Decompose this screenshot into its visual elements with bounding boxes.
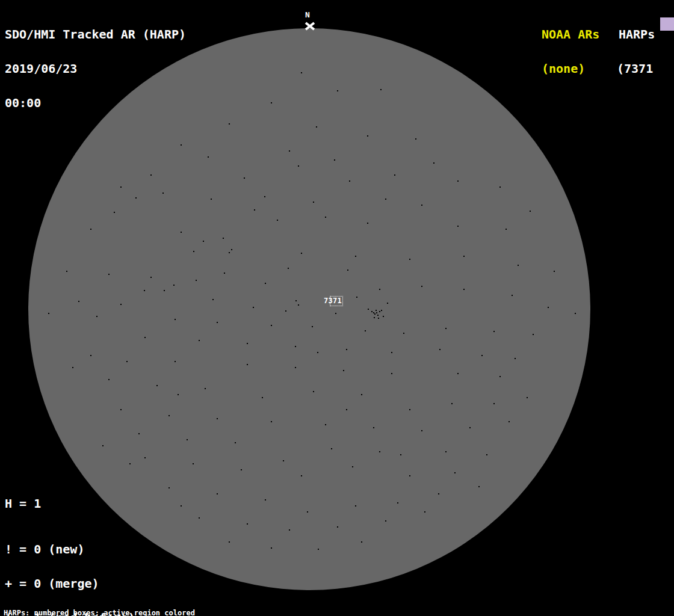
magnetic-speck <box>288 268 289 269</box>
magnetic-speck <box>164 290 165 291</box>
magnetic-speck <box>90 229 91 230</box>
magnetic-speck <box>241 469 242 470</box>
magnetic-speck <box>289 529 290 531</box>
magnetic-speck <box>433 162 434 164</box>
magnetic-speck <box>247 343 248 344</box>
magnetic-speck <box>361 394 362 395</box>
magnetic-speck <box>253 307 254 308</box>
magnetic-speck <box>224 273 225 274</box>
magnetic-speck <box>445 328 447 329</box>
magnetic-speck <box>374 317 375 318</box>
magnetic-speck <box>371 311 373 312</box>
magnetic-speck <box>379 451 380 452</box>
magnetic-speck <box>530 211 531 212</box>
magnetic-speck <box>277 220 278 221</box>
magnetic-speck <box>424 511 425 513</box>
magnetic-speck <box>355 256 356 257</box>
magnetic-speck <box>271 325 272 326</box>
magnetic-speck <box>156 385 158 386</box>
magnetic-speck <box>509 421 510 422</box>
magnetic-speck <box>90 355 91 356</box>
magnetic-speck <box>486 454 487 455</box>
flag-legend-merge: + = 0 (merge) <box>5 578 143 590</box>
magnetic-speck <box>289 150 290 152</box>
magnetic-speck <box>378 318 379 319</box>
magnetic-speck <box>196 280 197 281</box>
magnetic-speck <box>409 259 410 260</box>
magnetic-speck <box>499 376 501 377</box>
magnetic-speck <box>478 486 480 487</box>
magnetic-speck <box>337 526 338 528</box>
magnetic-speck <box>135 197 137 199</box>
magnetic-speck <box>355 505 356 507</box>
magnetic-speck <box>469 427 471 428</box>
magnetic-speck <box>457 373 459 374</box>
magnetic-speck <box>397 502 398 504</box>
magnetic-speck <box>325 424 326 425</box>
magnetic-speck <box>493 403 495 404</box>
magnetic-speck <box>337 90 338 91</box>
magnetic-speck <box>235 442 236 443</box>
magnetic-speck <box>307 511 308 513</box>
magnetic-speck <box>178 394 179 395</box>
magnetic-speck <box>409 409 410 410</box>
magnetic-speck <box>129 463 131 464</box>
magnetic-speck <box>380 89 382 90</box>
magnetic-speck <box>506 229 507 230</box>
magnetic-speck <box>144 337 146 338</box>
magnetic-speck <box>438 493 439 494</box>
magnetic-speck <box>376 312 377 313</box>
magnetic-speck <box>385 199 386 200</box>
magnetic-speck <box>481 355 483 356</box>
magnetic-speck <box>349 180 350 182</box>
magnetic-speck <box>144 290 145 291</box>
magnetic-speck <box>373 427 374 428</box>
magnetic-speck <box>334 159 335 161</box>
magnetic-speck <box>457 226 459 227</box>
magnetic-speck <box>367 223 368 224</box>
magnetic-speck <box>212 299 214 300</box>
magnetic-speck <box>126 361 128 362</box>
magnetic-speck <box>231 249 232 250</box>
time-label: 00:00 <box>5 97 186 109</box>
magnetic-speck <box>285 310 286 312</box>
magnetic-speck <box>383 316 384 317</box>
magnetic-speck <box>211 199 212 200</box>
magnetic-speck <box>271 421 272 422</box>
magnetic-speck <box>205 388 206 389</box>
magnetic-speck <box>229 123 230 125</box>
magnetic-speck <box>120 409 122 410</box>
magnetic-speck <box>283 460 284 461</box>
magnetic-speck <box>379 311 380 312</box>
magnetic-speck <box>264 196 265 197</box>
magnetic-speck <box>162 192 164 194</box>
magnetic-speck <box>150 277 152 278</box>
magnetic-speck <box>114 212 115 213</box>
magnetic-speck <box>313 202 314 203</box>
magnetic-speck <box>102 445 104 446</box>
magnetic-speck <box>457 180 459 182</box>
footer-notes: HARPs: numbered boxes; active region col… <box>4 596 256 616</box>
harp-visualization-canvas: N SDO/HMI Tracked AR (HARP) 2019/06/23 0… <box>0 0 674 616</box>
noaa-ars-value: (none) <box>542 63 599 75</box>
magnetic-speck <box>181 144 182 146</box>
magnetic-speck <box>175 319 176 320</box>
magnetic-speck <box>193 251 194 252</box>
magnetic-speck <box>265 499 266 500</box>
north-pole-cross-icon <box>304 22 316 31</box>
magnetic-speck <box>173 285 175 286</box>
magnetic-speck <box>203 241 204 242</box>
magnetic-speck <box>120 186 122 188</box>
magnetic-speck <box>575 313 576 314</box>
magnetic-speck <box>271 102 272 103</box>
magnetic-speck <box>518 265 519 266</box>
magnetic-speck <box>548 307 549 308</box>
magnetic-speck <box>445 451 447 452</box>
magnetic-speck <box>415 138 416 140</box>
date-label: 2019/06/23 <box>5 63 186 75</box>
north-label: N <box>305 11 310 19</box>
magnetic-speck <box>262 397 263 398</box>
magnetic-speck <box>244 177 245 179</box>
magnetic-speck <box>391 373 392 374</box>
noaa-ars-heading: NOAA ARs <box>542 29 599 40</box>
